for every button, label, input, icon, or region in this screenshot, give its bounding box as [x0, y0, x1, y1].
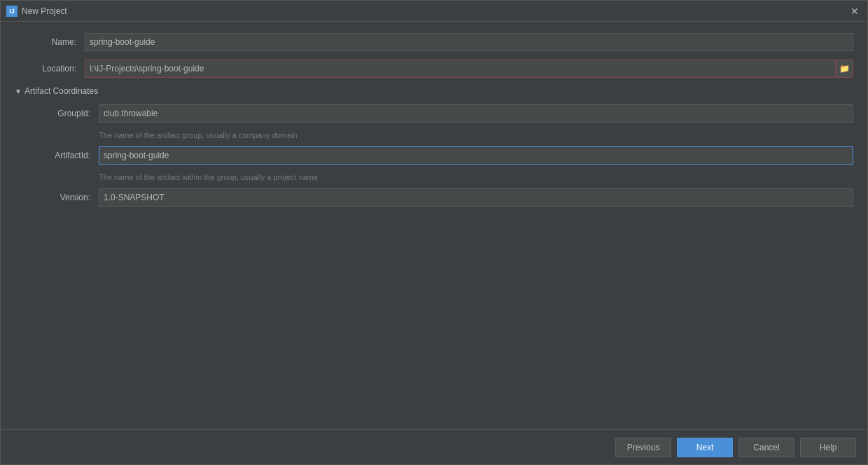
- dialog-footer: Previous Next Cancel Help: [1, 429, 867, 464]
- title-bar: IJ New Project ✕: [1, 1, 867, 22]
- version-label: Version:: [29, 193, 99, 202]
- dialog-title: New Project: [22, 6, 844, 16]
- previous-button[interactable]: Previous: [615, 438, 671, 457]
- groupid-label: GroupId:: [29, 109, 99, 118]
- location-input[interactable]: [85, 60, 835, 78]
- artifactid-hint: The name of the artifact within the grou…: [99, 173, 853, 181]
- app-icon: IJ: [6, 6, 18, 17]
- groupid-input[interactable]: [99, 104, 853, 123]
- artifactid-label: ArtifactId:: [29, 151, 99, 160]
- location-row: Location: 📁: [15, 60, 853, 78]
- artifact-coordinates-title: Artifact Coordinates: [24, 86, 98, 96]
- dialog-content: Name: Location: 📁 ▼ Artifact Coordinates…: [1, 22, 867, 429]
- location-input-group: 📁: [85, 60, 853, 78]
- groupid-hint: The name of the artifact group, usually …: [99, 131, 853, 139]
- artifactid-input[interactable]: [99, 146, 853, 165]
- version-input[interactable]: [99, 188, 853, 207]
- groupid-row: GroupId:: [29, 104, 853, 123]
- name-row: Name:: [15, 33, 853, 51]
- location-label: Location:: [15, 64, 85, 74]
- name-input[interactable]: [85, 33, 853, 51]
- next-button[interactable]: Next: [677, 438, 733, 457]
- name-label: Name:: [15, 37, 85, 47]
- close-button[interactable]: ✕: [848, 4, 862, 18]
- browse-folder-button[interactable]: 📁: [835, 60, 853, 78]
- help-button[interactable]: Help: [800, 438, 856, 457]
- cancel-button[interactable]: Cancel: [738, 438, 794, 457]
- artifact-coordinates-section-header: ▼ Artifact Coordinates: [15, 86, 853, 96]
- collapse-toggle[interactable]: ▼: [15, 88, 22, 95]
- folder-icon: 📁: [839, 64, 850, 74]
- artifactid-row: ArtifactId:: [29, 146, 853, 165]
- version-row: Version:: [29, 188, 853, 207]
- new-project-dialog: IJ New Project ✕ Name: Location: 📁 ▼ Ar: [0, 0, 868, 465]
- artifact-coordinates-content: GroupId: The name of the artifact group,…: [15, 104, 853, 207]
- close-icon: ✕: [850, 6, 859, 17]
